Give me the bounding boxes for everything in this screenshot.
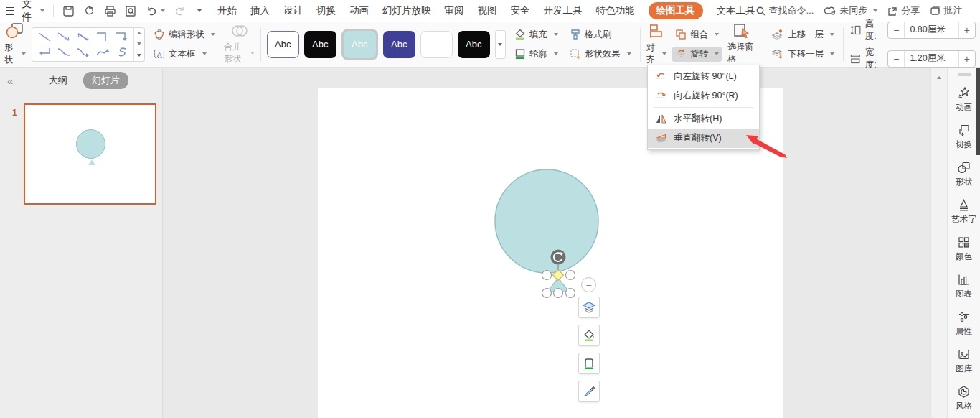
tab-insert[interactable]: 插入 — [250, 4, 270, 17]
panel-collapse-button[interactable]: « — [7, 75, 13, 87]
rotate-button[interactable]: 旋转 — [672, 47, 722, 62]
menu-item-flip-horizontal[interactable]: 水平翻转(H) — [648, 109, 759, 129]
chevron-down-icon — [554, 33, 558, 36]
style-swatch-5[interactable]: Abc — [420, 31, 453, 58]
width-increase-button[interactable]: + — [959, 51, 975, 67]
height-decrease-button[interactable]: − — [888, 22, 904, 38]
quick-brush-button[interactable] — [578, 381, 600, 402]
sidebar-item-shapes[interactable]: 形状 — [956, 161, 972, 187]
shape-double-arrow[interactable] — [73, 29, 93, 45]
menu-item-rotate-right-90[interactable]: 向右旋转 90°(R) — [648, 86, 759, 106]
bring-forward-button[interactable]: 上移一层 — [768, 27, 837, 42]
tab-design[interactable]: 设计 — [283, 4, 303, 17]
save-icon[interactable] — [62, 5, 75, 17]
tab-review[interactable]: 审阅 — [445, 4, 464, 17]
print-icon[interactable] — [104, 5, 116, 17]
send-backward-label: 下移一层 — [788, 48, 824, 60]
collapse-quickbar-button[interactable]: − — [581, 277, 596, 292]
slides-tab[interactable]: 幻灯片 — [83, 72, 128, 89]
style-swatch-1[interactable]: Abc — [267, 31, 299, 58]
menu-item-flip-vertical[interactable]: 垂直翻转(V) — [648, 129, 759, 148]
textbox-button[interactable]: A 文本框 — [151, 47, 218, 62]
group-button[interactable]: 组合 — [672, 27, 722, 42]
sidebar-item-color[interactable]: 颜色 — [956, 236, 972, 262]
style-swatch-6[interactable]: Abc — [458, 31, 490, 58]
outline-tab[interactable]: 大纲 — [40, 72, 76, 89]
redo-icon[interactable] — [174, 5, 186, 17]
main-menu-icon[interactable] — [6, 7, 14, 15]
export-icon[interactable] — [83, 5, 95, 17]
slide-canvas[interactable]: − — [163, 68, 930, 418]
style-gallery-expand[interactable] — [495, 30, 506, 59]
shape-s-curve-arrow[interactable] — [93, 45, 112, 60]
fill-button[interactable]: 填充 — [512, 27, 561, 42]
shape-line[interactable] — [34, 29, 54, 45]
shapes-button[interactable]: 形状 — [4, 22, 26, 66]
tab-view[interactable]: 视图 — [478, 4, 497, 17]
sidebar-item-transition[interactable]: 切换 — [956, 124, 972, 150]
shape-arrow[interactable] — [54, 29, 73, 45]
gallery-expand[interactable] — [134, 50, 144, 60]
tab-start[interactable]: 开始 — [217, 4, 237, 17]
slide-thumbnail[interactable] — [24, 103, 156, 205]
gallery-scroll-down[interactable] — [134, 39, 144, 50]
style-icon — [957, 385, 971, 399]
scroll-up-icon[interactable] — [937, 76, 941, 79]
tab-drawing-tools[interactable]: 绘图工具 — [649, 2, 703, 19]
format-painter-button[interactable]: 格式刷 — [567, 27, 634, 42]
menu-item-rotate-left-90[interactable]: 向左旋转 90°(L) — [648, 67, 759, 86]
align-button[interactable]: 对齐 — [646, 22, 666, 66]
style-swatch-2[interactable]: Abc — [304, 31, 336, 58]
style-swatch-4[interactable]: Abc — [383, 31, 415, 58]
undo-button[interactable] — [146, 5, 165, 17]
shapes-icon — [6, 22, 24, 40]
tab-special-features[interactable]: 特色功能 — [596, 4, 635, 17]
merge-shapes-button[interactable]: 合并形状 — [224, 23, 255, 65]
tab-animation[interactable]: 动画 — [349, 4, 369, 17]
find-command-search[interactable]: 查找命令... — [755, 4, 814, 17]
quick-fill-button[interactable] — [578, 325, 600, 346]
edit-shape-button[interactable]: 编辑形状 — [151, 27, 218, 42]
selection-pane-button[interactable]: 选择窗格 — [727, 23, 757, 65]
print-preview-icon[interactable] — [125, 5, 137, 17]
comment-button[interactable]: 批注 — [930, 4, 962, 17]
chevron-down-icon — [830, 52, 834, 55]
file-menu-button[interactable]: 文件 — [22, 0, 44, 24]
tab-text-tools[interactable]: 文本工具 — [717, 4, 755, 17]
width-value-input[interactable]: 1.20厘米 — [904, 51, 958, 67]
vertical-scrollbar[interactable] — [930, 68, 947, 418]
send-backward-button[interactable]: 下移一层 — [768, 47, 837, 62]
style-swatch-3-selected[interactable]: Abc — [344, 31, 376, 58]
sync-status-button[interactable]: 未同步 — [824, 4, 877, 17]
quick-layer-button[interactable] — [578, 297, 600, 318]
sidebar-item-chart[interactable]: 图表 — [956, 273, 972, 299]
shape-effects-button[interactable]: 形状效果 — [567, 47, 634, 62]
tab-devtools[interactable]: 开发工具 — [544, 4, 583, 17]
group-icon — [675, 29, 687, 40]
height-increase-button[interactable]: + — [959, 22, 975, 38]
shape-elbow-connector[interactable] — [93, 29, 112, 45]
shape-curved-arrow[interactable] — [73, 45, 93, 60]
customize-toolbar-icon[interactable] — [197, 9, 202, 12]
tab-slideshow[interactable]: 幻灯片放映 — [382, 4, 431, 17]
gallery-scroll-up[interactable] — [134, 28, 144, 39]
sidebar-drag-handle-icon[interactable] — [958, 73, 971, 76]
fill-icon — [514, 29, 526, 40]
tab-switch[interactable]: 切换 — [316, 4, 336, 17]
sidebar-item-style[interactable]: 风格 — [956, 385, 972, 412]
sidebar-item-gallery[interactable]: 图库 — [956, 348, 972, 374]
quick-outline-button[interactable] — [578, 353, 600, 374]
width-decrease-button[interactable]: − — [888, 51, 904, 67]
shape-s-freeform[interactable] — [112, 45, 131, 60]
sidebar-item-properties[interactable]: 属性 — [956, 310, 972, 337]
shape-elbow-arrow-2[interactable] — [34, 45, 54, 60]
tab-security[interactable]: 安全 — [511, 4, 530, 17]
sidebar-scrollbar-thumb[interactable] — [976, 68, 980, 155]
shape-curve[interactable] — [54, 45, 73, 60]
sidebar-item-animation[interactable]: 动画 — [956, 86, 972, 113]
height-value-input[interactable]: 0.80厘米 — [904, 22, 958, 38]
shape-elbow-arrow[interactable] — [112, 29, 131, 45]
sidebar-item-wordart[interactable]: 艺术字 — [951, 198, 976, 225]
share-button[interactable]: 分享 — [887, 4, 920, 17]
outline-button[interactable]: 轮廓 — [512, 47, 561, 62]
